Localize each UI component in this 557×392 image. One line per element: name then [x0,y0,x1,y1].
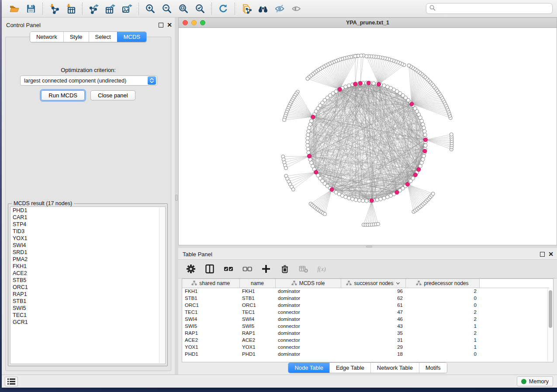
mcds-result-item[interactable]: CAR1 [10,214,165,221]
select-all-button[interactable] [223,263,234,275]
splitter-grip[interactable] [366,246,372,248]
cell-predecessor-nodes[interactable]: 0 [405,295,479,302]
export-network-button[interactable] [86,1,102,16]
cell-MCDS-role[interactable]: dominator [275,295,341,302]
graph-node[interactable] [344,195,347,199]
graph-node[interactable] [306,140,309,144]
float-panel-icon[interactable] [159,23,163,28]
open-button[interactable] [6,1,23,16]
mcds-result-item[interactable]: SRD1 [10,249,165,256]
tab-select[interactable]: Select [89,32,117,42]
export-table-button[interactable] [102,1,119,16]
close-panel-icon[interactable]: ✕ [548,252,554,257]
table-settings-button[interactable] [185,263,197,275]
mcds-result-item[interactable]: YOX1 [10,235,165,242]
mcds-hub-node[interactable] [338,87,342,91]
graph-node[interactable] [306,133,310,137]
cell-name[interactable]: SWI5 [239,323,275,330]
cell-name[interactable]: YOX1 [239,344,275,351]
cell-name[interactable]: TEC1 [239,309,275,316]
cell-successor-nodes[interactable]: 18 [341,351,405,358]
graph-node[interactable] [386,85,389,89]
refresh-button[interactable] [215,1,232,16]
mcds-hub-node[interactable] [405,182,409,186]
mcds-result-item[interactable]: SWI5 [10,305,165,312]
graph-node[interactable] [365,199,368,203]
cell-shared-name[interactable]: PHD1 [182,351,239,358]
table-row[interactable]: SWI4SWI4dominator462 [182,316,549,323]
cell-predecessor-nodes[interactable]: 2 [405,330,479,337]
cell-successor-nodes[interactable]: 61 [341,302,405,309]
minimize-window-icon[interactable] [191,20,197,25]
tab-edge-table[interactable]: Edge Table [329,363,370,373]
cell-MCDS-role[interactable]: connector [275,344,341,351]
search-network-button[interactable] [255,1,271,16]
mcds-result-item[interactable]: STP4 [10,221,165,228]
cell-successor-nodes[interactable]: 47 [341,309,405,316]
mcds-hub-node[interactable] [330,188,334,192]
zoom-in-button[interactable] [142,1,159,16]
cell-MCDS-role[interactable]: connector [275,323,341,330]
cell-successor-nodes[interactable]: 29 [341,344,405,351]
cell-name[interactable]: PHD1 [239,351,275,358]
graph-node[interactable] [382,196,386,200]
graph-node[interactable] [372,82,375,85]
save-button[interactable] [23,1,39,16]
mcds-result-item[interactable]: RAP1 [10,291,165,298]
clone-network-button[interactable] [238,1,255,16]
graph-node[interactable] [307,130,310,133]
network-window-titlebar[interactable]: YPA_prune.txt_1 [179,18,557,28]
table-row[interactable]: ACE2ACE2connector311 [182,337,549,344]
cell-predecessor-nodes[interactable]: 1 [405,323,479,330]
graph-node[interactable] [421,123,425,126]
cell-predecessor-nodes[interactable]: 2 [405,288,479,295]
graph-node[interactable] [347,84,351,87]
mcds-hub-node[interactable] [377,83,381,86]
tab-node-table[interactable]: Node Table [288,363,329,373]
cell-shared-name[interactable]: YOX1 [182,344,239,351]
table-row[interactable]: PHD1PHD1dominator180 [182,351,549,358]
search-input[interactable] [438,6,549,12]
mcds-hub-node[interactable] [308,154,311,158]
close-window-icon[interactable] [183,20,188,25]
graph-node[interactable] [307,151,310,154]
graph-node[interactable] [422,126,426,130]
mcds-hub-node[interactable] [423,138,427,142]
mcds-result-item[interactable]: STB1 [10,298,165,305]
show-columns-button[interactable] [204,263,215,275]
tab-mcds[interactable]: MCDS [117,32,146,42]
cell-predecessor-nodes[interactable]: 1 [405,337,479,344]
graph-node[interactable] [422,154,426,158]
mcds-hub-node[interactable] [423,149,427,153]
cell-shared-name[interactable]: SWI5 [182,323,239,330]
table-row[interactable]: STB1STB1dominator620 [182,295,549,302]
maximize-window-icon[interactable] [200,20,205,25]
table-row[interactable]: YOX1YOX1connector291 [182,344,549,351]
graph-node[interactable] [379,197,382,201]
cell-name[interactable]: RAP1 [239,330,275,337]
cell-shared-name[interactable]: ACE2 [182,337,239,344]
mcds-hub-node[interactable] [413,173,417,177]
cell-successor-nodes[interactable]: 96 [341,288,405,295]
mcds-result-item[interactable]: STB5 [10,277,165,284]
graph-node[interactable] [306,137,309,140]
cell-shared-name[interactable]: STB1 [182,295,239,302]
graph-node[interactable] [310,119,313,123]
column-header-name[interactable]: name [239,279,275,288]
graph-node[interactable] [347,196,351,200]
cell-predecessor-nodes[interactable]: 0 [405,302,479,309]
graph-node[interactable] [361,199,365,203]
cell-successor-nodes[interactable]: 46 [341,316,405,323]
hide-labels-button[interactable] [271,1,288,16]
optimization-criterion-select[interactable]: largest connected component (undirected) [20,76,157,86]
mcds-result-item[interactable]: FKH1 [10,263,165,270]
column-header-MCDS-role[interactable]: MCDS role [275,279,341,288]
cell-shared-name[interactable]: SWI4 [182,316,239,323]
show-preview-button[interactable] [288,1,304,16]
graph-node[interactable] [284,166,288,170]
mcds-list-scrollbar[interactable] [159,207,165,363]
graph-node[interactable] [423,133,427,137]
mcds-result-item[interactable]: PHD1 [10,207,165,214]
cell-predecessor-nodes[interactable]: 0 [405,351,479,358]
cell-name[interactable]: FKH1 [239,288,275,295]
